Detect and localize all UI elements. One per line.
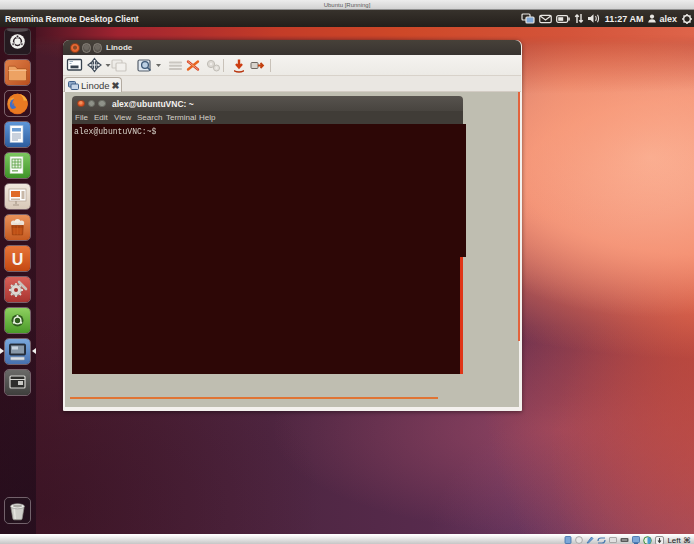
svg-text:U: U xyxy=(12,251,24,268)
